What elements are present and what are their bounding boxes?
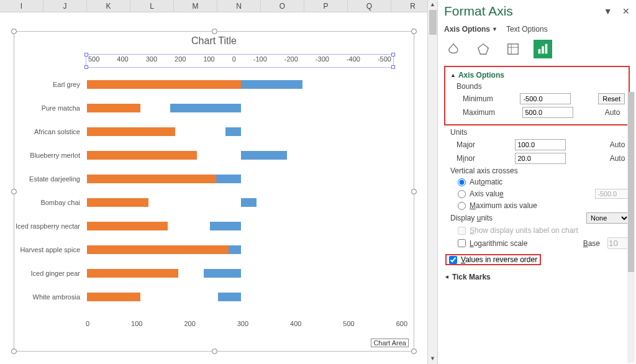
bar-series2[interactable] bbox=[241, 198, 257, 207]
base-label: Base bbox=[583, 239, 600, 248]
bounds-label: Bounds bbox=[457, 82, 625, 91]
pane-menu-icon[interactable]: ▼ bbox=[604, 6, 612, 16]
chart-object[interactable]: Chart Title 500 400 300 200 100 0 -100 -… bbox=[14, 31, 414, 352]
effects-icon[interactable] bbox=[474, 40, 493, 58]
svg-marker-0 bbox=[478, 44, 489, 55]
radio-automatic-label: Automatic bbox=[470, 178, 502, 186]
bar-series2[interactable] bbox=[229, 245, 241, 254]
bar-series1[interactable] bbox=[87, 198, 148, 207]
col-header[interactable]: P bbox=[304, 0, 348, 12]
worksheet-area[interactable]: Chart Title 500 400 300 200 100 0 -100 -… bbox=[0, 12, 426, 364]
values-reverse-checkbox[interactable] bbox=[449, 256, 457, 264]
bar-series2[interactable] bbox=[225, 127, 241, 136]
vert-cross-label: Vertical axis crosses bbox=[450, 166, 630, 175]
reset-minimum-button[interactable]: Reset bbox=[598, 93, 625, 104]
bar-series1[interactable] bbox=[87, 175, 226, 183]
bar-series1[interactable] bbox=[87, 245, 237, 254]
axis-tick: -100 bbox=[253, 55, 267, 63]
plot-area[interactable]: Earl greyPure matchaAfrican solsticeBlue… bbox=[16, 75, 413, 320]
col-header[interactable]: K bbox=[87, 0, 130, 12]
scroll-down-icon[interactable]: ▼ bbox=[428, 354, 437, 364]
auto-maximum[interactable]: Auto bbox=[600, 108, 625, 117]
axis-tick: -500 bbox=[378, 55, 391, 63]
axis-tick: 100 bbox=[131, 320, 142, 329]
bar-series2[interactable] bbox=[204, 269, 241, 278]
axis-tick: 400 bbox=[290, 320, 301, 329]
close-icon[interactable]: ✕ bbox=[622, 6, 630, 16]
size-properties-icon[interactable] bbox=[504, 40, 522, 58]
category-label: White ambrosia bbox=[16, 293, 84, 301]
resize-handle[interactable] bbox=[11, 29, 17, 34]
bar-series1[interactable] bbox=[87, 104, 140, 112]
col-header[interactable]: J bbox=[43, 0, 87, 12]
axis-tick: 300 bbox=[146, 55, 157, 63]
tab-axis-options[interactable]: Axis Options ▼ bbox=[444, 25, 497, 34]
scroll-thumb[interactable] bbox=[628, 92, 634, 272]
auto-major[interactable]: Auto bbox=[605, 140, 630, 149]
axis-tick: 600 bbox=[396, 320, 407, 329]
svg-rect-2 bbox=[538, 49, 541, 53]
chart-tooltip: Chart Area bbox=[371, 339, 409, 347]
axis-tick: -400 bbox=[347, 55, 360, 63]
col-header[interactable]: L bbox=[130, 0, 174, 12]
col-header[interactable]: O bbox=[261, 0, 304, 12]
tab-text-options[interactable]: Text Options bbox=[506, 25, 548, 34]
minimum-input[interactable] bbox=[520, 93, 571, 104]
auto-minor[interactable]: Auto bbox=[605, 154, 630, 163]
col-header[interactable]: I bbox=[0, 0, 43, 12]
bar-series1[interactable] bbox=[87, 222, 168, 230]
log-scale-label: Logarithmic scale bbox=[470, 239, 527, 248]
display-units-select[interactable]: None bbox=[586, 212, 630, 224]
bar-series2[interactable] bbox=[216, 175, 241, 183]
resize-handle[interactable] bbox=[212, 348, 217, 354]
category-label: Iced raspberry nectar bbox=[16, 222, 84, 230]
sheet-scrollbar[interactable]: ▲ ▼ bbox=[427, 0, 437, 364]
bar-series1[interactable] bbox=[87, 293, 140, 301]
section-axis-options[interactable]: ▲Axis Options bbox=[450, 71, 625, 80]
axis-tick: 500 bbox=[88, 55, 99, 63]
bar-series2[interactable] bbox=[170, 104, 241, 112]
category-label: Harvest apple spice bbox=[16, 246, 84, 253]
col-header[interactable]: Q bbox=[348, 0, 391, 12]
show-display-units-checkbox bbox=[458, 227, 466, 235]
bar-series1[interactable] bbox=[87, 127, 175, 136]
radio-axis-value[interactable] bbox=[458, 190, 466, 198]
base-input bbox=[607, 237, 630, 249]
secondary-axis[interactable]: 500 400 300 200 100 0 -100 -200 -300 -40… bbox=[86, 54, 394, 68]
primary-axis[interactable]: 0 100 200 300 400 500 600 bbox=[86, 320, 407, 329]
bar-series1[interactable] bbox=[87, 269, 178, 278]
bar-series2[interactable] bbox=[210, 222, 241, 230]
radio-max-axis-value[interactable] bbox=[458, 202, 466, 210]
axis-options-icon[interactable] bbox=[534, 40, 552, 58]
major-label: Major bbox=[457, 140, 475, 149]
maximum-input[interactable] bbox=[522, 107, 573, 118]
pane-title: Format Axis bbox=[444, 4, 513, 19]
major-input[interactable] bbox=[515, 139, 566, 150]
resize-handle[interactable] bbox=[411, 29, 417, 34]
resize-handle[interactable] bbox=[411, 348, 417, 354]
col-header[interactable]: N bbox=[217, 0, 261, 12]
axis-tick: 100 bbox=[203, 55, 214, 63]
pane-scrollbar[interactable] bbox=[627, 92, 635, 363]
bar-series1[interactable] bbox=[87, 80, 258, 89]
section-tick-marks[interactable]: ▲Tick Marks bbox=[444, 273, 630, 281]
svg-rect-1 bbox=[508, 44, 519, 55]
bar-series2[interactable] bbox=[241, 151, 287, 160]
resize-handle[interactable] bbox=[212, 29, 217, 34]
radio-axis-value-label: Axis value bbox=[470, 189, 504, 198]
minor-label: Minor bbox=[457, 154, 475, 163]
axis-tick: 500 bbox=[343, 320, 354, 329]
bar-series2[interactable] bbox=[241, 80, 302, 89]
col-header[interactable]: M bbox=[174, 0, 217, 12]
category-label: Estate darjeeling bbox=[16, 175, 84, 183]
fill-line-icon[interactable] bbox=[444, 40, 463, 58]
axis-tick: -200 bbox=[284, 55, 298, 63]
bar-series1[interactable] bbox=[87, 151, 197, 160]
scroll-up-icon[interactable]: ▲ bbox=[428, 0, 437, 10]
radio-automatic[interactable] bbox=[458, 178, 466, 186]
scroll-thumb[interactable] bbox=[429, 10, 437, 35]
resize-handle[interactable] bbox=[11, 348, 17, 354]
bar-series2[interactable] bbox=[218, 293, 241, 301]
minor-input[interactable] bbox=[515, 153, 566, 164]
log-scale-checkbox[interactable] bbox=[458, 239, 466, 247]
